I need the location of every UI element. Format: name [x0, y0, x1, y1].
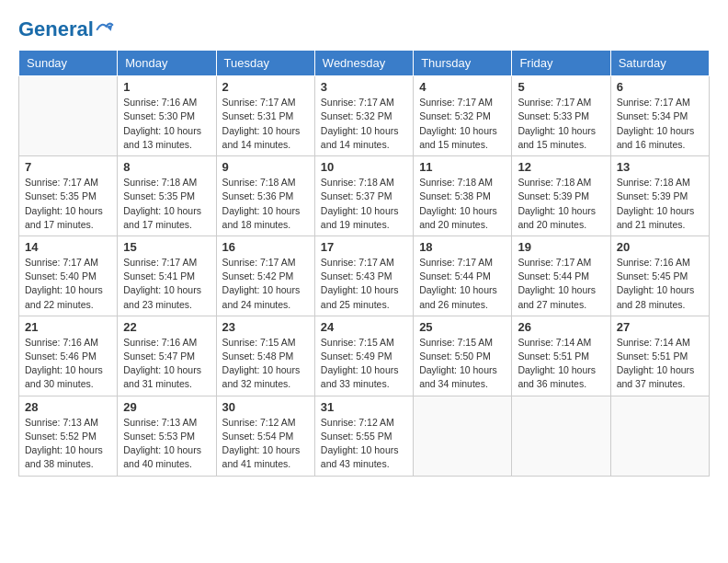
week-row: 1Sunrise: 7:16 AMSunset: 5:30 PMDaylight… [19, 76, 710, 156]
day-cell: 16Sunrise: 7:17 AMSunset: 5:42 PMDayligh… [216, 236, 314, 316]
day-number: 26 [518, 320, 604, 334]
day-number: 29 [123, 400, 210, 414]
day-cell: 31Sunrise: 7:12 AMSunset: 5:55 PMDayligh… [314, 396, 413, 476]
day-number: 13 [617, 160, 703, 174]
weekday-header-row: SundayMondayTuesdayWednesdayThursdayFrid… [19, 51, 710, 76]
week-row: 7Sunrise: 7:17 AMSunset: 5:35 PMDaylight… [19, 156, 710, 236]
day-cell: 1Sunrise: 7:16 AMSunset: 5:30 PMDaylight… [118, 76, 216, 156]
day-info: Sunrise: 7:17 AMSunset: 5:41 PMDaylight:… [123, 256, 210, 312]
logo-icon [96, 20, 114, 39]
day-number: 19 [518, 240, 604, 254]
day-cell: 17Sunrise: 7:17 AMSunset: 5:43 PMDayligh… [314, 236, 413, 316]
day-cell: 3Sunrise: 7:17 AMSunset: 5:32 PMDaylight… [314, 76, 413, 156]
week-row: 28Sunrise: 7:13 AMSunset: 5:52 PMDayligh… [19, 396, 710, 476]
day-cell [19, 76, 118, 156]
day-info: Sunrise: 7:15 AMSunset: 5:48 PMDaylight:… [222, 336, 309, 392]
day-cell: 21Sunrise: 7:16 AMSunset: 5:46 PMDayligh… [19, 316, 118, 396]
day-number: 16 [222, 240, 309, 254]
week-row: 14Sunrise: 7:17 AMSunset: 5:40 PMDayligh… [19, 236, 710, 316]
week-row: 21Sunrise: 7:16 AMSunset: 5:46 PMDayligh… [19, 316, 710, 396]
day-number: 30 [222, 400, 309, 414]
day-info: Sunrise: 7:16 AMSunset: 5:45 PMDaylight:… [617, 256, 703, 312]
day-cell: 26Sunrise: 7:14 AMSunset: 5:51 PMDayligh… [512, 316, 610, 396]
weekday-header: Thursday [414, 51, 512, 76]
day-cell: 9Sunrise: 7:18 AMSunset: 5:36 PMDaylight… [216, 156, 314, 236]
day-number: 7 [25, 160, 111, 174]
weekday-header: Monday [118, 51, 216, 76]
day-number: 1 [123, 80, 210, 94]
day-number: 31 [321, 400, 407, 414]
day-info: Sunrise: 7:17 AMSunset: 5:31 PMDaylight:… [222, 96, 309, 152]
day-number: 15 [123, 240, 210, 254]
page-header: General [18, 18, 710, 40]
day-number: 21 [25, 320, 111, 334]
day-cell: 11Sunrise: 7:18 AMSunset: 5:38 PMDayligh… [414, 156, 512, 236]
day-number: 8 [123, 160, 210, 174]
day-cell [610, 396, 709, 476]
day-cell: 25Sunrise: 7:15 AMSunset: 5:50 PMDayligh… [414, 316, 512, 396]
day-info: Sunrise: 7:18 AMSunset: 5:39 PMDaylight:… [617, 176, 703, 232]
day-info: Sunrise: 7:12 AMSunset: 5:54 PMDaylight:… [222, 416, 309, 472]
day-cell: 22Sunrise: 7:16 AMSunset: 5:47 PMDayligh… [118, 316, 216, 396]
day-number: 27 [617, 320, 703, 334]
day-info: Sunrise: 7:15 AMSunset: 5:50 PMDaylight:… [419, 336, 506, 392]
day-info: Sunrise: 7:16 AMSunset: 5:30 PMDaylight:… [123, 96, 210, 152]
day-cell: 6Sunrise: 7:17 AMSunset: 5:34 PMDaylight… [610, 76, 709, 156]
day-number: 25 [419, 320, 506, 334]
day-info: Sunrise: 7:15 AMSunset: 5:49 PMDaylight:… [321, 336, 407, 392]
day-cell: 5Sunrise: 7:17 AMSunset: 5:33 PMDaylight… [512, 76, 610, 156]
weekday-header: Friday [512, 51, 610, 76]
day-number: 11 [419, 160, 506, 174]
day-cell: 27Sunrise: 7:14 AMSunset: 5:51 PMDayligh… [610, 316, 709, 396]
day-cell: 15Sunrise: 7:17 AMSunset: 5:41 PMDayligh… [118, 236, 216, 316]
day-info: Sunrise: 7:17 AMSunset: 5:44 PMDaylight:… [419, 256, 506, 312]
day-number: 20 [617, 240, 703, 254]
day-cell: 10Sunrise: 7:18 AMSunset: 5:37 PMDayligh… [314, 156, 413, 236]
day-cell: 8Sunrise: 7:18 AMSunset: 5:35 PMDaylight… [118, 156, 216, 236]
day-number: 4 [419, 80, 506, 94]
day-cell: 7Sunrise: 7:17 AMSunset: 5:35 PMDaylight… [19, 156, 118, 236]
day-info: Sunrise: 7:16 AMSunset: 5:47 PMDaylight:… [123, 336, 210, 392]
day-info: Sunrise: 7:13 AMSunset: 5:53 PMDaylight:… [123, 416, 210, 472]
day-number: 23 [222, 320, 309, 334]
day-cell: 18Sunrise: 7:17 AMSunset: 5:44 PMDayligh… [414, 236, 512, 316]
day-info: Sunrise: 7:16 AMSunset: 5:46 PMDaylight:… [25, 336, 111, 392]
day-info: Sunrise: 7:17 AMSunset: 5:42 PMDaylight:… [222, 256, 309, 312]
day-info: Sunrise: 7:18 AMSunset: 5:36 PMDaylight:… [222, 176, 309, 232]
day-info: Sunrise: 7:17 AMSunset: 5:32 PMDaylight:… [419, 96, 506, 152]
day-cell: 13Sunrise: 7:18 AMSunset: 5:39 PMDayligh… [610, 156, 709, 236]
weekday-header: Wednesday [314, 51, 413, 76]
day-cell: 14Sunrise: 7:17 AMSunset: 5:40 PMDayligh… [19, 236, 118, 316]
weekday-header: Saturday [610, 51, 709, 76]
day-info: Sunrise: 7:14 AMSunset: 5:51 PMDaylight:… [617, 336, 703, 392]
weekday-header: Tuesday [216, 51, 314, 76]
logo: General [18, 18, 114, 40]
day-info: Sunrise: 7:18 AMSunset: 5:37 PMDaylight:… [321, 176, 407, 232]
day-cell: 29Sunrise: 7:13 AMSunset: 5:53 PMDayligh… [118, 396, 216, 476]
day-cell: 30Sunrise: 7:12 AMSunset: 5:54 PMDayligh… [216, 396, 314, 476]
day-info: Sunrise: 7:18 AMSunset: 5:39 PMDaylight:… [518, 176, 604, 232]
day-number: 6 [617, 80, 703, 94]
day-info: Sunrise: 7:17 AMSunset: 5:44 PMDaylight:… [518, 256, 604, 312]
day-number: 10 [321, 160, 407, 174]
day-number: 9 [222, 160, 309, 174]
day-cell: 23Sunrise: 7:15 AMSunset: 5:48 PMDayligh… [216, 316, 314, 396]
day-cell: 28Sunrise: 7:13 AMSunset: 5:52 PMDayligh… [19, 396, 118, 476]
day-info: Sunrise: 7:17 AMSunset: 5:32 PMDaylight:… [321, 96, 407, 152]
day-info: Sunrise: 7:17 AMSunset: 5:35 PMDaylight:… [25, 176, 111, 232]
day-cell: 20Sunrise: 7:16 AMSunset: 5:45 PMDayligh… [610, 236, 709, 316]
day-info: Sunrise: 7:17 AMSunset: 5:40 PMDaylight:… [25, 256, 111, 312]
day-cell [512, 396, 610, 476]
day-cell [414, 396, 512, 476]
day-info: Sunrise: 7:18 AMSunset: 5:38 PMDaylight:… [419, 176, 506, 232]
day-info: Sunrise: 7:12 AMSunset: 5:55 PMDaylight:… [321, 416, 407, 472]
day-number: 22 [123, 320, 210, 334]
day-info: Sunrise: 7:13 AMSunset: 5:52 PMDaylight:… [25, 416, 111, 472]
day-number: 17 [321, 240, 407, 254]
day-number: 28 [25, 400, 111, 414]
logo-text: General [18, 18, 94, 40]
day-info: Sunrise: 7:14 AMSunset: 5:51 PMDaylight:… [518, 336, 604, 392]
day-cell: 24Sunrise: 7:15 AMSunset: 5:49 PMDayligh… [314, 316, 413, 396]
day-cell: 12Sunrise: 7:18 AMSunset: 5:39 PMDayligh… [512, 156, 610, 236]
day-number: 3 [321, 80, 407, 94]
